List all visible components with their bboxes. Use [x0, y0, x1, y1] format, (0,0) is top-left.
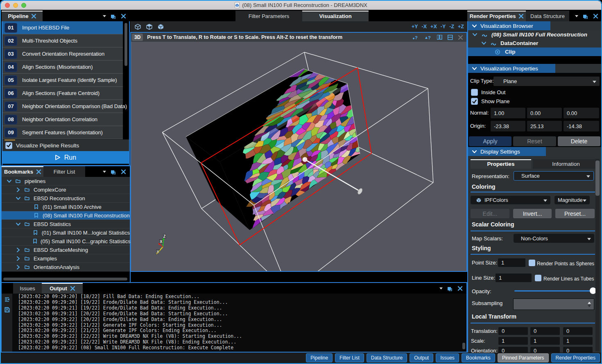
visualize-results-checkbox[interactable]	[5, 142, 12, 149]
bookmark-tree-row[interactable]: OrientationAnalysis	[2, 263, 130, 271]
toggle-filter-list-button[interactable]: Filter List	[335, 353, 364, 362]
tab-pipeline[interactable]: Pipeline	[2, 11, 43, 21]
spin-arrows-icon[interactable]	[587, 301, 591, 307]
origin-z-field[interactable]: -14.38	[564, 121, 599, 131]
tab-filter-parameters[interactable]: Filter Parameters	[235, 11, 302, 21]
tab-display-information[interactable]: Information	[533, 159, 599, 169]
close-panel-icon[interactable]	[121, 170, 126, 174]
save-output-icon[interactable]	[5, 307, 10, 312]
tree-expander-icon[interactable]	[15, 248, 21, 252]
view-minus-z-button[interactable]: -Z	[449, 24, 454, 29]
view-minus-y-button[interactable]: -Y	[441, 24, 446, 29]
visualization-browser-header[interactable]: Visualization Browser	[468, 21, 601, 30]
tab-filter-list[interactable]: Filter List	[43, 166, 85, 177]
tab-visualization[interactable]: Visualization	[302, 11, 369, 21]
tab-issues[interactable]: Issues	[13, 283, 42, 294]
close-panel-icon[interactable]	[593, 14, 598, 18]
display-settings-header[interactable]: Display Settings	[468, 147, 601, 156]
minimize-window-button[interactable]	[13, 3, 18, 8]
camera-full-cube-icon[interactable]	[156, 23, 165, 31]
cell-picking-help-icon[interactable]	[425, 35, 432, 40]
tree-expander-icon[interactable]	[15, 256, 21, 261]
edit-colors-button[interactable]: Edit...	[471, 209, 509, 218]
close-tab-icon[interactable]	[32, 14, 36, 18]
line-size-field[interactable]: 1	[496, 274, 532, 282]
translation-y-field[interactable]: 0	[530, 327, 560, 335]
bookmark-tree-row[interactable]: EBSD Reconstruction	[2, 194, 130, 203]
inside-out-checkbox[interactable]	[471, 89, 478, 96]
bookmark-tree-row[interactable]: (01) Small IN100 M...logical Statistics	[2, 228, 130, 237]
origin-y-field[interactable]: 25.13	[527, 121, 562, 131]
pipeline-step-row[interactable]: 01 Import H5EBSD File	[2, 21, 123, 34]
split-horizontal-icon[interactable]	[448, 35, 453, 40]
view-plus-x-button[interactable]: +X	[430, 24, 437, 29]
tree-expander-icon[interactable]	[471, 33, 478, 36]
pipeline-step-row[interactable]: 03 Convert Orientation Representation	[2, 47, 123, 61]
pipeline-step-row[interactable]: 09 Segment Features (Misorientation)	[2, 126, 123, 139]
split-vertical-icon[interactable]	[437, 35, 442, 40]
render-points-spheres-checkbox[interactable]	[529, 260, 535, 266]
tree-expander-icon[interactable]	[15, 188, 21, 192]
toggle-output-button[interactable]: Output	[410, 353, 433, 362]
pipeline-step-row[interactable]: 08 Neighbor Orientation Correlation	[2, 113, 123, 126]
tab-list-caret-icon[interactable]	[103, 15, 106, 17]
bookmark-tree-row[interactable]: EBSD SurfaceMeshing	[2, 246, 130, 254]
point-picking-help-icon[interactable]	[412, 35, 419, 40]
close-tab-icon[interactable]	[70, 286, 75, 291]
close-tab-icon[interactable]	[36, 170, 41, 174]
tree-expander-icon[interactable]	[6, 179, 12, 183]
close-tab-icon[interactable]	[519, 14, 523, 18]
section-collapse-icon[interactable]	[472, 24, 477, 28]
render-lines-tubes-checkbox[interactable]	[535, 275, 541, 281]
visibility-eye-icon[interactable]	[494, 49, 501, 55]
normal-z-field[interactable]: 0.00	[564, 108, 599, 118]
tab-bookmarks[interactable]: Bookmarks	[2, 166, 43, 177]
visualization-properties-header[interactable]: Visualization Properties	[468, 64, 601, 73]
camera-half-cube-icon[interactable]	[145, 23, 153, 31]
toggle-render-properties-button[interactable]: Render Properties	[551, 353, 600, 362]
run-pipeline-button[interactable]: Run	[2, 151, 129, 164]
tree-expander-icon[interactable]	[15, 197, 21, 200]
close-view-icon[interactable]	[458, 35, 463, 40]
show-plane-checkbox[interactable]	[471, 98, 478, 105]
bookmark-tree-row[interactable]: pipelines	[2, 177, 130, 185]
toggle-bookmarks-button[interactable]: Bookmarks	[462, 353, 495, 362]
tab-render-properties[interactable]: Render Properties	[467, 11, 526, 21]
close-panel-icon[interactable]	[121, 14, 126, 18]
view-minus-x-button[interactable]: -X	[422, 24, 427, 29]
tab-list-caret-icon[interactable]	[439, 287, 443, 289]
map-scalars-dropdown[interactable]: Non-Colors	[514, 234, 594, 243]
tab-display-properties[interactable]: Properties	[471, 159, 531, 169]
translation-x-field[interactable]: 0	[498, 327, 528, 335]
component-dropdown[interactable]: Magnitude	[554, 196, 590, 204]
console-output-text[interactable]: [2023:02:20 09:29:20] [18/22] Fill Bad D…	[12, 294, 463, 352]
viz-browser-clip-row[interactable]: Clip	[468, 47, 601, 56]
color-array-dropdown[interactable]: IPFColors	[471, 196, 550, 204]
viz-browser-datacontainer-row[interactable]: DataContainer	[468, 39, 601, 47]
toggle-pinned-parameters-button[interactable]: Pinned Parameters	[498, 353, 549, 362]
tree-expander-icon[interactable]	[15, 265, 21, 269]
clear-console-icon[interactable]	[5, 297, 10, 302]
subsampling-spinbox[interactable]	[513, 298, 594, 310]
titlebar[interactable]: (08) Small IN100 Full Reconstruction - D…	[1, 1, 601, 10]
close-window-button[interactable]	[5, 3, 10, 8]
maximize-window-button[interactable]	[21, 3, 26, 8]
tree-expander-icon[interactable]	[480, 41, 487, 45]
tab-list-caret-icon[interactable]	[103, 171, 106, 173]
view-mode-badge[interactable]: 3D	[132, 34, 143, 41]
normal-y-field[interactable]: 0.00	[527, 108, 562, 118]
pipeline-step-row[interactable]: 02 Multi-Threshold Objects	[2, 34, 123, 47]
tree-expander-icon[interactable]	[15, 222, 21, 226]
clip-type-dropdown[interactable]: Plane	[493, 77, 600, 86]
bookmarks-hscrollbar[interactable]	[3, 278, 127, 280]
tab-data-structure[interactable]: Data Structure	[526, 11, 569, 21]
console-scrollbar[interactable]	[462, 343, 465, 349]
bookmark-tree-row[interactable]: Examples	[2, 254, 130, 263]
origin-x-field[interactable]: -23.38	[491, 121, 525, 131]
preset-colors-button[interactable]: Preset...	[555, 209, 595, 218]
viewport-3d-scene[interactable]: Z X Y	[131, 42, 466, 271]
translation-z-field[interactable]: 0	[563, 327, 593, 335]
pipeline-scrollbar[interactable]	[124, 23, 127, 66]
scale-x-field[interactable]: 1	[498, 337, 528, 345]
bookmark-tree-row[interactable]: (08) Small IN100 Full Reconstruction	[2, 211, 130, 220]
